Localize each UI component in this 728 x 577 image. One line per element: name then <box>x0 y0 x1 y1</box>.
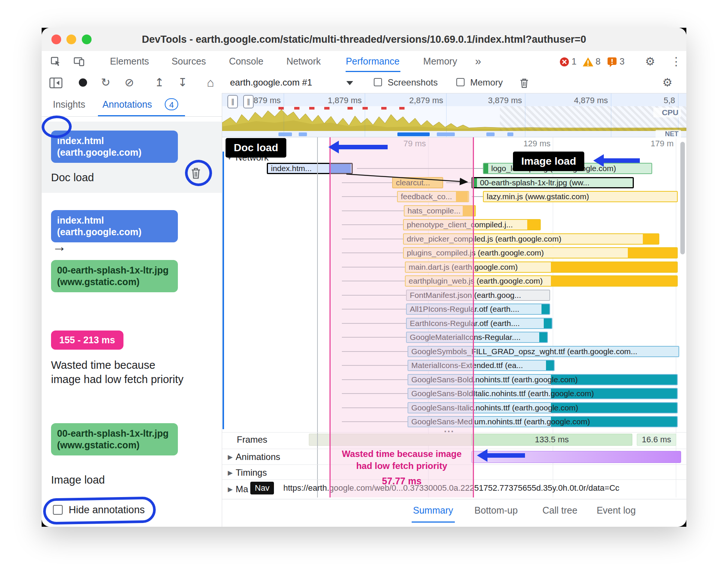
overview-tick-label: 2,879 ms <box>387 96 443 105</box>
network-request-label: All1PIcons-Regular.otf (earth.... <box>407 305 519 314</box>
overview-tick-label: 5,8 <box>619 96 675 105</box>
net-activity-chip <box>299 132 307 136</box>
animations-track-divider <box>222 449 686 449</box>
network-request-bar[interactable]: feedback_co... <box>397 191 469 202</box>
request-active-segment <box>643 234 659 244</box>
details-active-tab-underline <box>412 521 455 523</box>
minimap-right-handle[interactable]: ∥ <box>243 95 254 108</box>
request-active-segment <box>551 262 678 272</box>
request-whisker <box>342 281 405 281</box>
timings-track-header[interactable]: ▶Timings <box>228 467 267 478</box>
main-track-url: https://earth.google.com/web/0...0.37330… <box>283 483 679 493</box>
request-active-segment <box>544 319 552 328</box>
overview-bottom-border <box>222 137 686 137</box>
nav-marker-chip[interactable]: Nav <box>250 482 274 494</box>
network-request-label: GoogleSymbols_FILL_GRAD_opsz_wght.ttf (e… <box>408 347 637 356</box>
network-request-bar[interactable]: 00-earth-splash-1x-ltr.jpg (ww... <box>471 177 634 188</box>
tab-call-tree[interactable]: Call tree <box>542 499 577 521</box>
network-request-bar[interactable]: GoogleSymbols_FILL_GRAD_opsz_wght.ttf (e… <box>408 346 679 357</box>
frames-track-header[interactable]: Frames <box>237 434 267 445</box>
timeline-ruler-label: 129 ms <box>494 139 551 149</box>
tab-summary[interactable]: Summary <box>413 499 453 521</box>
expand-triangle-icon-timings[interactable]: ▶ <box>228 469 236 476</box>
frames-segment[interactable]: 16.6 ms <box>637 434 676 446</box>
request-active-segment <box>527 220 540 230</box>
devtools-window-frame: DevTools - earth.google.com/static/multi… <box>42 28 686 527</box>
network-request-bar[interactable]: GoogleSans-BoldItalic.nohints.ttf (earth… <box>408 388 678 399</box>
request-whisker <box>342 252 403 253</box>
overview-tick-label: 3,879 ms <box>466 96 522 105</box>
network-request-label: GoogleSans-BoldItalic.nohints.ttf (earth… <box>408 389 594 398</box>
network-request-label: main.dart.js (earth.google.com) <box>406 263 518 272</box>
net-activity-chip <box>486 132 495 136</box>
cpu-long-task-tick <box>399 107 405 110</box>
minimap-left-handle[interactable]: ∥ <box>227 95 238 108</box>
network-request-bar[interactable]: GoogleSans-Bold.nohints.ttf (earth.googl… <box>408 374 678 385</box>
network-request-label: EarthIcons-Regular.otf (earth.... <box>407 319 520 328</box>
network-request-bar[interactable]: lazy.min.js (www.gstatic.com) <box>483 191 678 202</box>
network-request-label: MaterialIcons-Extended.ttf (ea... <box>408 361 523 370</box>
request-active-segment <box>456 192 468 201</box>
request-whisker <box>342 407 408 408</box>
tab-event-log[interactable]: Event log <box>597 499 636 521</box>
request-whisker <box>342 337 406 338</box>
network-request-bar[interactable]: FontManifest.json (earth.goog... <box>406 290 550 301</box>
network-request-bar[interactable]: EarthIcons-Regular.otf (earth.... <box>406 318 552 329</box>
scrollbar-thumb[interactable] <box>680 142 685 254</box>
cpu-long-task-tick <box>324 107 329 110</box>
request-whisker <box>342 365 408 366</box>
net-strip-label: NET <box>656 130 681 138</box>
net-activity-chip <box>507 132 513 136</box>
network-request-label: GoogleSans-Medium.nohints.ttf (earth.goo… <box>408 417 590 426</box>
cpu-long-task-tick <box>362 107 368 110</box>
expand-triangle-icon-main[interactable]: ▶ <box>228 486 236 493</box>
network-request-bar[interactable]: clearcut... <box>392 177 443 188</box>
network-request-bar[interactable]: phenotype_client_compiled.j... <box>403 219 541 230</box>
network-request-bar[interactable]: index.htm... <box>267 163 353 174</box>
network-request-label: plugins_compiled.js (earth.google.com) <box>404 248 544 257</box>
network-request-label: lazy.min.js (www.gstatic.com) <box>484 192 589 201</box>
request-whisker <box>357 168 483 169</box>
network-request-label: feedback_co... <box>398 192 452 201</box>
cpu-long-task-tick <box>381 107 387 110</box>
request-active-segment <box>546 361 555 370</box>
network-request-bar[interactable]: hats_compile... <box>404 205 476 216</box>
network-request-label: GoogleSans-Bold.nohints.ttf (earth.googl… <box>408 375 578 384</box>
request-active-segment <box>551 276 678 286</box>
frames-segment[interactable]: 133.5 ms <box>471 434 632 446</box>
request-whisker <box>342 351 408 352</box>
network-request-bar[interactable]: plugins_compiled.js (earth.google.com) <box>403 247 678 258</box>
request-whisker <box>342 393 408 394</box>
devtools-window: DevTools - earth.google.com/static/multi… <box>42 28 686 527</box>
doc-load-arrow-icon <box>339 145 388 149</box>
network-overflow-dots[interactable]: ... <box>444 423 454 435</box>
network-request-bar[interactable]: GoogleSans-Italic.nohints.ttf (earth.goo… <box>408 402 678 413</box>
net-activity-chip <box>437 132 455 136</box>
doc-load-callout: Doc load <box>226 138 286 158</box>
tab-bottom-up[interactable]: Bottom-up <box>474 499 517 521</box>
request-whisker <box>342 267 405 267</box>
frames-segment[interactable] <box>309 434 472 446</box>
request-active-segment <box>329 164 351 173</box>
net-activity-chip <box>278 132 292 136</box>
network-request-bar[interactable]: GoogleMaterialIcons-Regular.... <box>406 332 548 343</box>
cpu-long-task-tick <box>347 107 353 110</box>
request-whisker <box>342 379 408 380</box>
overview-tick-label: 1,879 ms <box>305 96 362 105</box>
network-request-bar[interactable]: drive_picker_compiled.js (earth.google.c… <box>403 233 659 245</box>
network-request-bar[interactable]: earthplugin_web.js (earth.google.com) <box>405 275 678 287</box>
network-request-bar[interactable]: main.dart.js (earth.google.com) <box>405 261 678 273</box>
network-request-bar[interactable]: All1PIcons-Regular.otf (earth.... <box>406 304 550 315</box>
animations-track-header[interactable]: ▶Animations <box>228 452 280 462</box>
request-whisker <box>342 182 392 183</box>
cpu-long-task-tick <box>294 107 299 110</box>
cpu-strip-label: CPU <box>653 108 681 117</box>
network-request-bar[interactable]: MaterialIcons-Extended.ttf (ea... <box>408 360 555 371</box>
expand-triangle-icon-animations[interactable]: ▶ <box>228 454 236 461</box>
request-whisker <box>472 196 483 197</box>
request-whisker <box>342 239 403 239</box>
main-track-header[interactable]: ▶Ma <box>228 484 248 494</box>
network-request-label: GoogleMaterialIcons-Regular.... <box>407 333 520 342</box>
request-active-segment <box>541 304 550 314</box>
request-active-segment <box>463 206 475 216</box>
